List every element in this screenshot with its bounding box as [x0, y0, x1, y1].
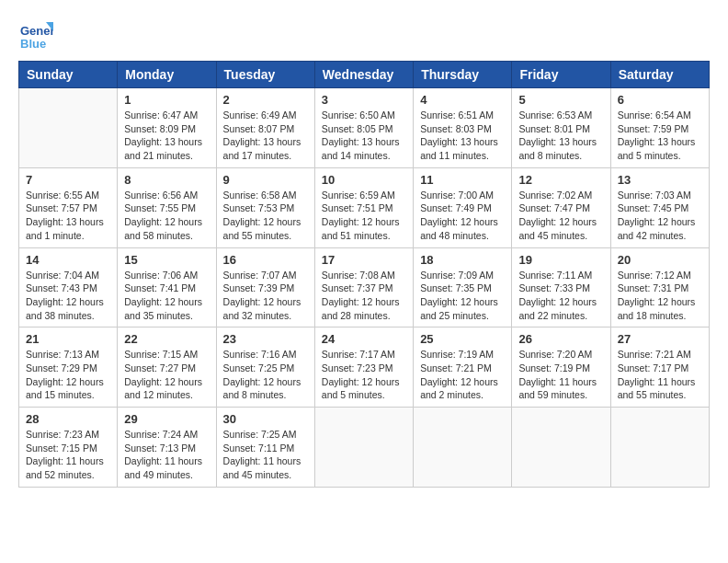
- calendar-day-4: 4Sunrise: 6:51 AM Sunset: 8:03 PM Daylig…: [414, 88, 512, 168]
- calendar-day-21: 21Sunrise: 7:13 AM Sunset: 7:29 PM Dayli…: [19, 327, 118, 408]
- calendar-day-27: 27Sunrise: 7:21 AM Sunset: 7:17 PM Dayli…: [610, 327, 709, 408]
- day-info: Sunrise: 7:16 AM Sunset: 7:25 PM Dayligh…: [223, 348, 308, 402]
- header-day-thursday: Thursday: [414, 62, 512, 88]
- calendar-day-12: 12Sunrise: 7:02 AM Sunset: 7:47 PM Dayli…: [512, 167, 610, 247]
- day-info: Sunrise: 6:49 AM Sunset: 8:07 PM Dayligh…: [223, 109, 308, 163]
- calendar-day-30: 30Sunrise: 7:25 AM Sunset: 7:11 PM Dayli…: [216, 408, 314, 488]
- day-number: 10: [322, 173, 406, 187]
- day-info: Sunrise: 7:12 AM Sunset: 7:31 PM Dayligh…: [618, 269, 702, 323]
- calendar-day-10: 10Sunrise: 6:59 AM Sunset: 7:51 PM Dayli…: [314, 167, 413, 247]
- day-info: Sunrise: 7:17 AM Sunset: 7:23 PM Dayligh…: [322, 348, 406, 402]
- calendar-day-25: 25Sunrise: 7:19 AM Sunset: 7:21 PM Dayli…: [414, 327, 512, 408]
- calendar-day-16: 16Sunrise: 7:07 AM Sunset: 7:39 PM Dayli…: [216, 247, 314, 327]
- day-info: Sunrise: 7:13 AM Sunset: 7:29 PM Dayligh…: [26, 348, 110, 402]
- day-info: Sunrise: 6:58 AM Sunset: 7:53 PM Dayligh…: [223, 189, 308, 243]
- calendar-day-20: 20Sunrise: 7:12 AM Sunset: 7:31 PM Dayli…: [610, 247, 709, 327]
- header-day-saturday: Saturday: [610, 62, 709, 88]
- calendar-empty: [512, 408, 610, 488]
- calendar-week-4: 21Sunrise: 7:13 AM Sunset: 7:29 PM Dayli…: [19, 327, 710, 408]
- calendar-day-3: 3Sunrise: 6:50 AM Sunset: 8:05 PM Daylig…: [314, 88, 413, 168]
- svg-text:General: General: [20, 24, 53, 38]
- calendar-day-28: 28Sunrise: 7:23 AM Sunset: 7:15 PM Dayli…: [19, 408, 118, 488]
- header-day-monday: Monday: [118, 62, 216, 88]
- day-number: 7: [26, 173, 110, 187]
- day-info: Sunrise: 7:11 AM Sunset: 7:33 PM Dayligh…: [518, 269, 603, 323]
- day-number: 6: [618, 93, 702, 107]
- day-info: Sunrise: 7:07 AM Sunset: 7:39 PM Dayligh…: [223, 269, 308, 323]
- day-number: 13: [618, 173, 702, 187]
- day-number: 28: [26, 412, 110, 426]
- day-info: Sunrise: 7:19 AM Sunset: 7:21 PM Dayligh…: [420, 348, 505, 402]
- calendar-day-26: 26Sunrise: 7:20 AM Sunset: 7:19 PM Dayli…: [512, 327, 610, 408]
- calendar-day-19: 19Sunrise: 7:11 AM Sunset: 7:33 PM Dayli…: [512, 247, 610, 327]
- calendar-day-29: 29Sunrise: 7:24 AM Sunset: 7:13 PM Dayli…: [118, 408, 216, 488]
- day-info: Sunrise: 7:04 AM Sunset: 7:43 PM Dayligh…: [26, 269, 110, 323]
- day-number: 8: [124, 173, 209, 187]
- calendar-day-5: 5Sunrise: 6:53 AM Sunset: 8:01 PM Daylig…: [512, 88, 610, 168]
- day-number: 4: [420, 93, 505, 107]
- calendar-week-5: 28Sunrise: 7:23 AM Sunset: 7:15 PM Dayli…: [19, 408, 710, 488]
- calendar-week-2: 7Sunrise: 6:55 AM Sunset: 7:57 PM Daylig…: [19, 167, 710, 247]
- day-info: Sunrise: 7:23 AM Sunset: 7:15 PM Dayligh…: [26, 428, 110, 482]
- calendar-empty: [414, 408, 512, 488]
- day-number: 22: [124, 332, 209, 346]
- day-info: Sunrise: 6:59 AM Sunset: 7:51 PM Dayligh…: [322, 189, 406, 243]
- day-info: Sunrise: 7:06 AM Sunset: 7:41 PM Dayligh…: [124, 269, 209, 323]
- day-number: 26: [518, 332, 603, 346]
- calendar-day-24: 24Sunrise: 7:17 AM Sunset: 7:23 PM Dayli…: [314, 327, 413, 408]
- day-number: 5: [518, 93, 603, 107]
- day-number: 18: [420, 253, 505, 267]
- day-number: 20: [618, 253, 702, 267]
- day-info: Sunrise: 6:51 AM Sunset: 8:03 PM Dayligh…: [420, 109, 505, 163]
- day-number: 30: [223, 412, 308, 426]
- calendar-day-23: 23Sunrise: 7:16 AM Sunset: 7:25 PM Dayli…: [216, 327, 314, 408]
- day-number: 23: [223, 332, 308, 346]
- day-number: 29: [124, 412, 209, 426]
- logo: General Blue: [18, 18, 53, 53]
- calendar-empty: [314, 408, 413, 488]
- day-info: Sunrise: 6:55 AM Sunset: 7:57 PM Dayligh…: [26, 189, 110, 243]
- day-info: Sunrise: 6:47 AM Sunset: 8:09 PM Dayligh…: [124, 109, 209, 163]
- calendar-week-1: 1Sunrise: 6:47 AM Sunset: 8:09 PM Daylig…: [19, 88, 710, 168]
- calendar-day-9: 9Sunrise: 6:58 AM Sunset: 7:53 PM Daylig…: [216, 167, 314, 247]
- day-info: Sunrise: 7:25 AM Sunset: 7:11 PM Dayligh…: [223, 428, 308, 482]
- calendar-day-18: 18Sunrise: 7:09 AM Sunset: 7:35 PM Dayli…: [414, 247, 512, 327]
- logo-icon: General Blue: [18, 18, 53, 53]
- calendar-day-7: 7Sunrise: 6:55 AM Sunset: 7:57 PM Daylig…: [19, 167, 118, 247]
- calendar-day-6: 6Sunrise: 6:54 AM Sunset: 7:59 PM Daylig…: [610, 88, 709, 168]
- calendar-day-13: 13Sunrise: 7:03 AM Sunset: 7:45 PM Dayli…: [610, 167, 709, 247]
- day-number: 17: [322, 253, 406, 267]
- day-number: 19: [518, 253, 603, 267]
- calendar-day-2: 2Sunrise: 6:49 AM Sunset: 8:07 PM Daylig…: [216, 88, 314, 168]
- calendar-day-15: 15Sunrise: 7:06 AM Sunset: 7:41 PM Dayli…: [118, 247, 216, 327]
- day-number: 14: [26, 253, 110, 267]
- day-info: Sunrise: 7:24 AM Sunset: 7:13 PM Dayligh…: [124, 428, 209, 482]
- day-info: Sunrise: 7:00 AM Sunset: 7:49 PM Dayligh…: [420, 189, 505, 243]
- day-info: Sunrise: 7:02 AM Sunset: 7:47 PM Dayligh…: [518, 189, 603, 243]
- day-info: Sunrise: 6:50 AM Sunset: 8:05 PM Dayligh…: [322, 109, 406, 163]
- calendar-day-1: 1Sunrise: 6:47 AM Sunset: 8:09 PM Daylig…: [118, 88, 216, 168]
- day-info: Sunrise: 7:08 AM Sunset: 7:37 PM Dayligh…: [322, 269, 406, 323]
- calendar-header-row: SundayMondayTuesdayWednesdayThursdayFrid…: [19, 62, 710, 88]
- calendar-week-3: 14Sunrise: 7:04 AM Sunset: 7:43 PM Dayli…: [19, 247, 710, 327]
- day-number: 15: [124, 253, 209, 267]
- day-info: Sunrise: 7:21 AM Sunset: 7:17 PM Dayligh…: [618, 348, 702, 402]
- day-number: 11: [420, 173, 505, 187]
- day-number: 16: [223, 253, 308, 267]
- day-number: 2: [223, 93, 308, 107]
- calendar-day-17: 17Sunrise: 7:08 AM Sunset: 7:37 PM Dayli…: [314, 247, 413, 327]
- calendar-day-8: 8Sunrise: 6:56 AM Sunset: 7:55 PM Daylig…: [118, 167, 216, 247]
- day-number: 9: [223, 173, 308, 187]
- day-info: Sunrise: 7:15 AM Sunset: 7:27 PM Dayligh…: [124, 348, 209, 402]
- day-info: Sunrise: 6:56 AM Sunset: 7:55 PM Dayligh…: [124, 189, 209, 243]
- day-info: Sunrise: 7:20 AM Sunset: 7:19 PM Dayligh…: [518, 348, 603, 402]
- day-number: 24: [322, 332, 406, 346]
- day-info: Sunrise: 7:03 AM Sunset: 7:45 PM Dayligh…: [618, 189, 702, 243]
- day-number: 12: [518, 173, 603, 187]
- header-day-wednesday: Wednesday: [314, 62, 413, 88]
- day-info: Sunrise: 7:09 AM Sunset: 7:35 PM Dayligh…: [420, 269, 505, 323]
- header-day-friday: Friday: [512, 62, 610, 88]
- calendar-empty: [19, 88, 118, 168]
- header-day-tuesday: Tuesday: [216, 62, 314, 88]
- calendar-table: SundayMondayTuesdayWednesdayThursdayFrid…: [18, 61, 710, 488]
